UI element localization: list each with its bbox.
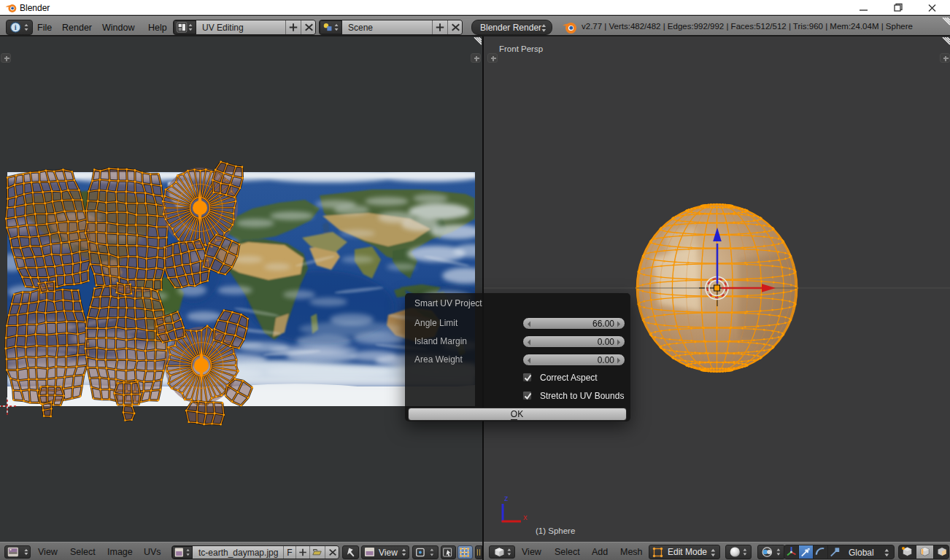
svg-text:z: z: [504, 494, 509, 502]
svg-text:x: x: [523, 513, 528, 521]
svg-text:i: i: [15, 23, 17, 31]
